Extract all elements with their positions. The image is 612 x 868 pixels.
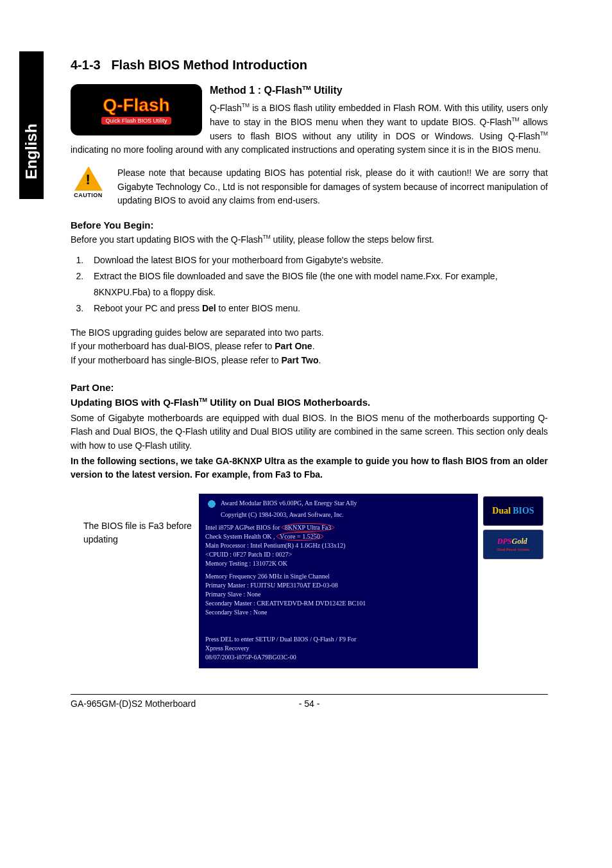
section-heading: 4-1-3 Flash BIOS Method Introduction <box>71 58 548 73</box>
dual-bios-badge: Dual BIOS <box>483 496 543 526</box>
text: Before you start updating BIOS with the … <box>71 234 263 245</box>
text: Reboot your PC and press <box>94 303 202 313</box>
guides-intro: The BIOS upgrading guides below are sepa… <box>71 326 548 340</box>
list-item: Download the latest BIOS for your mother… <box>86 252 548 268</box>
tm-mark: TM <box>199 397 207 403</box>
bios-line: Memory Frequency 266 MHz in Single Chann… <box>205 572 472 581</box>
bios-line: <CPUID : 0F27 Patch ID : 0027> <box>205 550 472 559</box>
bios-line: Award Modular BIOS v6.00PG, An Energy St… <box>205 498 472 510</box>
caution-text: Please note that because updating BIOS h… <box>117 166 548 208</box>
bios-line: Copyright (C) 1984-2003, Award Software,… <box>205 510 472 519</box>
tm-mark: TM <box>263 234 271 240</box>
text: indicating no more fooling around with a… <box>71 144 541 155</box>
part-one-bold: In the following sections, we take GA-8K… <box>71 455 548 482</box>
text: is a BIOS flash utility embedded in Flas… <box>210 103 548 127</box>
bios-line: Intel i875P AGPset BIOS for 8KNXP Ultra … <box>205 523 472 532</box>
before-intro: Before you start updating BIOS with the … <box>71 233 548 247</box>
key-name: Del <box>202 303 216 313</box>
tm-mark: TM <box>540 130 548 137</box>
qflash-logo-subtitle: Quick Flash BIOS Utility <box>101 117 171 125</box>
tm-mark: TM <box>242 103 250 109</box>
text: utility, please follow the steps below f… <box>271 234 434 245</box>
bios-line: Check System Health OK , Vcore = 1.5250 <box>205 532 472 541</box>
language-tab: English <box>19 51 44 199</box>
text: Utility on Dual BIOS Motherboards. <box>207 397 370 408</box>
part-one-label: Part One: <box>71 382 548 393</box>
list-item: Reboot your PC and press Del to enter BI… <box>86 300 548 317</box>
caution-icon: CAUTION <box>71 166 106 198</box>
dps-gold-badge: DPSGold Dual Power System <box>483 530 543 559</box>
method1-heading-post: Utility <box>311 85 343 96</box>
part-one-heading: Updating BIOS with Q-FlashTM Utility on … <box>71 397 548 408</box>
section-title: Flash BIOS Method Introduction <box>111 58 307 72</box>
energy-star-icon <box>205 498 218 510</box>
footer-left: GA-965GM-(D)S2 Motherboard <box>71 699 196 709</box>
tm-mark: TM <box>302 84 311 91</box>
bios-caption: The BIOS file is Fa3 before updating <box>71 494 199 546</box>
bios-screenshot: Dual BIOS DPSGold Dual Power System Awar… <box>199 494 478 668</box>
text: If your motherboard has dual-BIOS, pleas… <box>71 341 275 351</box>
text: Intel i875P AGPset BIOS for <box>205 524 280 531</box>
callout-circle: Vcore = 1.5250 <box>276 532 323 541</box>
text: DPS <box>497 537 512 546</box>
text-bold: Part Two <box>281 355 318 365</box>
text: Q-Flash <box>210 103 242 113</box>
bios-line: Secondary Slave : None <box>205 608 472 617</box>
bios-line: Main Processor : Intel Pentium(R) 4 1.6G… <box>205 541 472 550</box>
bios-line: 08/07/2003-i875P-6A79BG03C-00 <box>205 653 472 662</box>
text: . <box>318 355 321 365</box>
page-footer: GA-965GM-(D)S2 Motherboard - 54 - <box>71 694 548 709</box>
before-heading: Before You Begin: <box>71 220 548 230</box>
bios-line: Xpress Recovery <box>205 644 472 653</box>
text: Updating BIOS with Q-Flash <box>71 397 199 408</box>
qflash-logo: Q-Flash Quick Flash BIOS Utility <box>71 84 202 135</box>
page-number: - 54 - <box>299 699 320 709</box>
list-item: Extract the BIOS file downloaded and sav… <box>86 268 548 300</box>
section-number: 4-1-3 <box>71 58 101 72</box>
text: Gold <box>512 537 527 546</box>
part-one-para: Some of Gigabyte motherboards are equipp… <box>71 412 548 453</box>
text: Dual Power System <box>497 547 529 552</box>
text: to enter BIOS menu. <box>216 303 301 313</box>
language-label: English <box>22 124 40 180</box>
text: Check System Health OK , <box>205 533 276 540</box>
bios-line: Memory Testing : 131072K OK <box>205 559 472 568</box>
tm-mark: TM <box>511 116 519 123</box>
caution-block: CAUTION Please note that because updatin… <box>71 166 548 208</box>
text: . <box>312 341 315 351</box>
text: Dual <box>492 505 511 517</box>
text: BIOS <box>513 505 534 517</box>
text: If your motherboard has single-BIOS, ple… <box>71 355 281 365</box>
steps-list: Download the latest BIOS for your mother… <box>71 252 548 317</box>
text: Award Modular BIOS v6.00PG, An Energy St… <box>221 499 357 507</box>
bios-line: Secondary Master : CREATIVEDVD-RM DVD124… <box>205 599 472 608</box>
guides-dual: If your motherboard has dual-BIOS, pleas… <box>71 340 548 354</box>
qflash-logo-title: Q-Flash <box>103 95 169 116</box>
method1-heading-pre: Method 1 : Q-Flash <box>210 85 302 96</box>
guides-single: If your motherboard has single-BIOS, ple… <box>71 354 548 368</box>
caution-label: CAUTION <box>71 192 106 198</box>
bios-line: Primary Slave : None <box>205 590 472 599</box>
bios-line: Primary Master : FUJITSU MPE3170AT ED-03… <box>205 581 472 590</box>
text-bold: Part One <box>275 341 312 351</box>
bios-line: Press DEL to enter SETUP / Dual BIOS / Q… <box>205 635 472 644</box>
callout-circle: 8KNXP Ultra Fa3 <box>282 523 334 532</box>
